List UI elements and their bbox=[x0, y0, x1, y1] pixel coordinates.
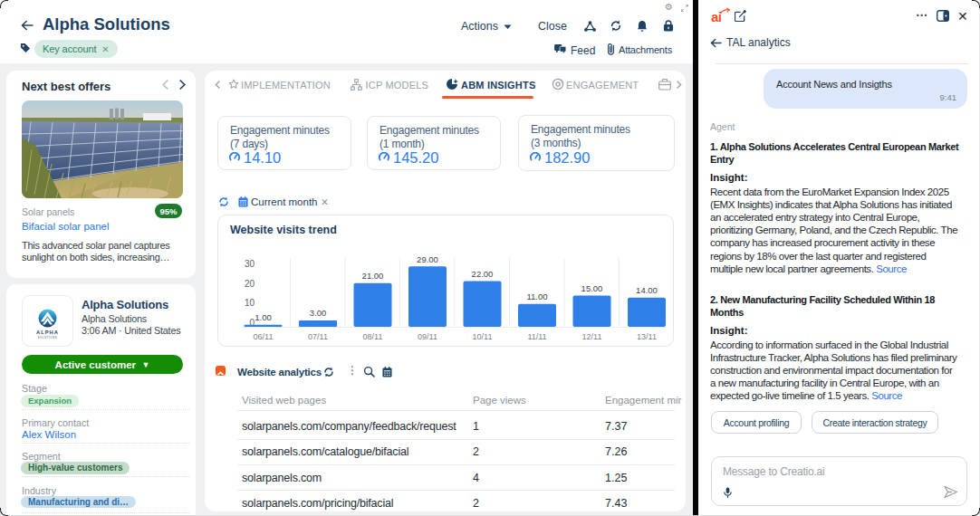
svg-text:21.00: 21.00 bbox=[362, 271, 384, 281]
svg-text:13/11: 13/11 bbox=[637, 332, 657, 341]
svg-text:09/11: 09/11 bbox=[418, 332, 437, 341]
svg-text:SOLUTIONS: SOLUTIONS bbox=[38, 336, 57, 339]
svg-text:11.00: 11.00 bbox=[526, 291, 547, 301]
svg-text:3.00: 3.00 bbox=[310, 308, 327, 318]
svg-text:06/11: 06/11 bbox=[254, 332, 274, 341]
svg-text:12/11: 12/11 bbox=[582, 332, 602, 341]
svg-text:15.00: 15.00 bbox=[581, 283, 603, 293]
svg-text:ALPHA: ALPHA bbox=[36, 330, 59, 335]
svg-text:14.00: 14.00 bbox=[636, 285, 658, 295]
svg-text:11/11: 11/11 bbox=[527, 332, 546, 341]
svg-text:22.00: 22.00 bbox=[472, 269, 494, 279]
svg-text:20: 20 bbox=[245, 279, 255, 289]
svg-text:08/11: 08/11 bbox=[363, 332, 383, 341]
svg-text:07/11: 07/11 bbox=[308, 332, 328, 341]
svg-text:10/11: 10/11 bbox=[473, 332, 493, 341]
svg-text:29.00: 29.00 bbox=[417, 254, 438, 264]
svg-text:1.00: 1.00 bbox=[255, 312, 272, 322]
svg-text:30: 30 bbox=[245, 259, 255, 269]
svg-text:10: 10 bbox=[245, 298, 255, 308]
